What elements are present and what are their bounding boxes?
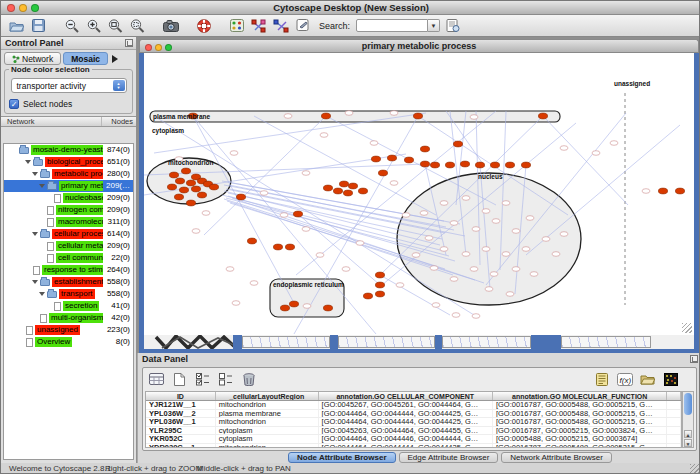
expand-triangle-icon[interactable] xyxy=(39,292,45,296)
minimized-window-thumb[interactable] xyxy=(442,336,531,348)
zoom-out-icon[interactable] xyxy=(62,17,81,35)
float-panel-icon[interactable] xyxy=(125,39,133,47)
canvas-resize-grip[interactable] xyxy=(682,323,692,333)
table-row[interactable]: YDR039C__1mitochondrion[GO:0044464, GO:0… xyxy=(146,444,681,448)
tree-row[interactable]: mosaic-demo-yeast874(0) xyxy=(4,144,133,156)
minimized-window-edge[interactable] xyxy=(435,335,442,349)
attribute-editor-icon[interactable] xyxy=(592,370,611,388)
minimized-window-thumb[interactable] xyxy=(242,336,330,348)
minimized-window-edge[interactable] xyxy=(531,335,561,349)
function-builder-icon[interactable]: f(x) xyxy=(615,370,634,388)
tree-header-nodes[interactable]: Nodes xyxy=(102,117,136,126)
table-cell xyxy=(667,401,681,409)
attribute-table-icon[interactable] xyxy=(147,370,166,388)
tree-row[interactable]: unassigned223(0) xyxy=(4,324,133,336)
network-canvas[interactable]: plasma membranecytoplasmmitochondrionnuc… xyxy=(144,53,694,335)
expand-triangle-icon[interactable] xyxy=(25,160,31,164)
save-icon[interactable] xyxy=(29,17,48,35)
tree-row[interactable]: nucleobase-209(0) xyxy=(4,192,133,204)
scrollbar-thumb[interactable] xyxy=(684,393,692,415)
select-nodes-checkbox[interactable]: ✓ xyxy=(9,99,19,109)
tree-row[interactable]: nitrogen compo209(0) xyxy=(4,204,133,216)
zoom-region-icon[interactable] xyxy=(128,17,147,35)
attribute-table[interactable]: ID_cellularLayoutRegionannotation.GO CEL… xyxy=(145,391,682,448)
search-dropdown-arrow-icon[interactable]: ▼ xyxy=(428,19,440,32)
tree-header-network[interactable]: Network xyxy=(1,117,102,126)
import-table-icon[interactable] xyxy=(443,17,462,35)
annotation-icon[interactable] xyxy=(293,17,312,35)
expand-triangle-icon[interactable] xyxy=(32,172,38,176)
tree-row[interactable]: secretion41(0) xyxy=(4,300,133,312)
tree-row[interactable]: response to stimulu264(0) xyxy=(4,264,133,276)
control-panel-header: Control Panel xyxy=(1,37,136,50)
minimized-window-thumb[interactable] xyxy=(338,336,435,348)
tree-row[interactable]: cellular metabo209(0) xyxy=(4,240,133,252)
tab-network-attribute-browser[interactable]: Network Attribute Browser xyxy=(501,452,611,463)
column-header[interactable]: _cellularLayoutRegion xyxy=(216,392,319,400)
network-node xyxy=(490,272,498,277)
table-vertical-scrollbar[interactable]: ▲ ▼ xyxy=(682,391,694,448)
expand-triangle-icon[interactable] xyxy=(32,232,38,236)
tab-mosaic[interactable]: Mosaic xyxy=(63,52,108,65)
file-icon xyxy=(40,314,47,323)
compartment-region xyxy=(150,111,560,122)
search-input[interactable] xyxy=(356,19,428,32)
zoom-fit-icon[interactable] xyxy=(106,17,125,35)
select-all-attributes-icon[interactable] xyxy=(193,370,212,388)
compartment-region xyxy=(397,173,581,305)
table-row[interactable]: YPL036W__2plasma membrane[GO:0044464, GO… xyxy=(146,410,681,419)
network-node-selected xyxy=(387,155,396,161)
tab-overflow-arrow-icon[interactable] xyxy=(112,55,118,63)
open-folder-icon[interactable] xyxy=(7,17,26,35)
tab-edge-attribute-browser[interactable]: Edge Attribute Browser xyxy=(399,452,499,463)
node-color-dropdown[interactable]: transporter activity ▲▼ xyxy=(11,78,127,93)
tree-row[interactable]: primary metabo209(… xyxy=(4,180,133,192)
unselect-all-attributes-icon[interactable] xyxy=(216,370,235,388)
tree-row[interactable]: biological_process651(0) xyxy=(4,156,133,168)
layout-2-icon[interactable] xyxy=(271,17,290,35)
tab-network[interactable]: Network xyxy=(4,52,61,65)
column-header[interactable]: annotation.GO MOLECULAR_FUNCTION xyxy=(493,392,667,400)
table-row[interactable]: YLR295Ccytoplasm[GO:0045263, GO:0044464,… xyxy=(146,427,681,436)
tree-row[interactable]: Overview8(0) xyxy=(4,336,133,348)
tree-row[interactable]: metabolic process280(0) xyxy=(4,168,133,180)
import-attributes-icon[interactable] xyxy=(638,370,657,388)
delete-attribute-icon[interactable] xyxy=(239,370,258,388)
vizmapper-icon[interactable] xyxy=(227,17,246,35)
tree-row[interactable]: macromolecule311(0) xyxy=(4,216,133,228)
scroll-down-arrow-icon[interactable]: ▼ xyxy=(684,439,692,447)
network-node xyxy=(470,115,478,120)
expand-triangle-icon[interactable] xyxy=(32,280,38,284)
minimized-window-edge[interactable] xyxy=(330,335,338,349)
data-panel-float-icon[interactable] xyxy=(690,355,698,363)
expand-triangle-icon[interactable] xyxy=(39,184,45,188)
tab-node-attribute-browser[interactable]: Node Attribute Browser xyxy=(288,452,396,463)
tree-row[interactable]: transport558(0) xyxy=(4,288,133,300)
table-row[interactable]: YPL036W__1mitochondrion[GO:0044464, GO:0… xyxy=(146,418,681,427)
background-windows-strip xyxy=(144,335,694,349)
minimized-window-thumb[interactable] xyxy=(561,336,651,348)
column-header[interactable]: ID xyxy=(146,392,216,400)
network-node-selected xyxy=(378,170,387,176)
layout-1-icon[interactable] xyxy=(249,17,268,35)
column-header[interactable] xyxy=(667,392,681,400)
window-resize-grip[interactable] xyxy=(690,464,700,474)
scroll-up-arrow-icon[interactable]: ▲ xyxy=(684,430,692,438)
column-header[interactable]: annotation.GO CELLULAR_COMPONENT xyxy=(319,392,493,400)
network-node xyxy=(420,211,428,216)
tree-row[interactable]: cellular process614(0) xyxy=(4,228,133,240)
table-row[interactable]: YKR052Ccytoplasm[GO:0044464, GO:0044446,… xyxy=(146,435,681,444)
help-lifering-icon[interactable] xyxy=(194,17,213,35)
minimized-window-edge[interactable] xyxy=(233,335,242,349)
tree-row[interactable]: establishment of lo558(0) xyxy=(4,276,133,288)
network-node xyxy=(230,151,238,156)
network-tab-icon xyxy=(12,55,20,63)
table-row[interactable]: YJR121W__1mitochondrion[GO:0045267, GO:0… xyxy=(146,401,681,410)
tree-row[interactable]: multi-organism pro42(0) xyxy=(4,312,133,324)
tree-row[interactable]: cell communicat22(0) xyxy=(4,252,133,264)
new-attribute-icon[interactable] xyxy=(170,370,189,388)
matrix-view-icon[interactable] xyxy=(661,370,680,388)
zoom-in-icon[interactable] xyxy=(84,17,103,35)
snapshot-camera-icon[interactable] xyxy=(161,17,180,35)
network-frame-titlebar[interactable]: primary metabolic process xyxy=(139,39,699,53)
